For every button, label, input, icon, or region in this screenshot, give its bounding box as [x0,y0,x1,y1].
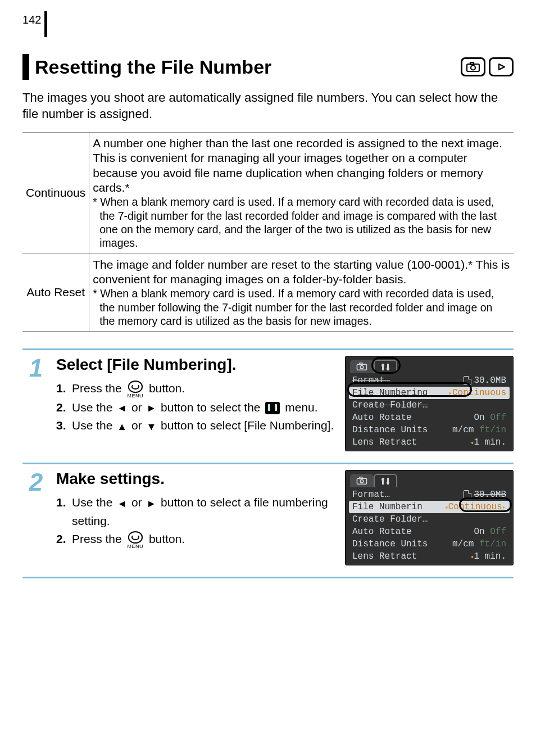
row-head-continuous: Continuous [22,133,89,254]
step-number: 1 [22,356,49,451]
page-title: Resetting the File Number [35,56,271,78]
down-arrow-icon: ▼ [146,422,156,432]
step-instructions: 1. Use the ◄ or ► button to select a fil… [56,494,338,549]
left-arrow-icon: ◄ [117,403,127,413]
svg-point-13 [360,480,363,483]
svg-point-6 [360,366,363,369]
page-number: 142 [22,11,44,33]
lcd-tab-rec [350,474,374,487]
lcd-row-lens: Lens Retract ◂1 min. [346,436,513,449]
row-head-autoreset: Auto Reset [22,253,89,332]
lcd-row-format: Format… 30.0MB [346,488,513,501]
svg-point-17 [387,482,389,485]
lcd-row-distance: Distance Units m/cm ft/in [346,424,513,436]
setup-tab-icon [265,402,280,414]
page-number-accent [44,11,47,37]
camera-mode-icon [461,57,485,76]
lcd-row-create-folder: Create Folder… [346,399,513,411]
right-arrow-icon: ► [146,403,156,413]
svg-point-2 [471,66,475,70]
lcd-row-distance: Distance Units m/cm ft/in [346,538,513,550]
step-item: 2. Press the MENU button. [56,530,338,549]
lcd-tab-rec [350,360,374,373]
step-2: 2 Make settings. 1. Use the ◄ or ► butto… [22,464,514,578]
row-body-continuous: A number one higher than the last one re… [89,133,514,254]
lcd-screenshot-1: Format… 30.0MB File Numbering ▸Continuou… [345,356,514,451]
mode-icons [461,57,514,76]
right-arrow-icon: ► [146,499,156,509]
lcd-row-lens: Lens Retract ◂1 min. [346,550,513,563]
sd-card-icon [464,490,471,499]
step-item: 3. Use the ▲ or ▼ button to select [File… [56,417,338,435]
lcd-row-format: Format… 30.0MB [346,374,513,387]
lcd-row-create-folder: Create Folder… [346,513,513,526]
svg-point-9 [381,364,384,367]
svg-marker-3 [499,64,505,70]
menu-button-icon: MENU [128,531,144,549]
step-item: 1. Press the MENU button. [56,379,338,398]
lcd-row-auto-rotate: Auto Rotate On Off [346,411,513,424]
svg-point-16 [381,478,384,481]
lcd-screenshot-2: Format… 30.0MB File Numberin ◂Continuous… [345,470,514,565]
step-title: Make settings. [56,470,338,488]
mode-description-table: Continuous A number one higher than the … [22,132,514,332]
lcd-tab-setup [374,474,397,487]
menu-button-icon: MENU [128,381,144,399]
playback-mode-icon [489,57,514,76]
svg-point-10 [387,368,389,370]
step-item: 1. Use the ◄ or ► button to select a fil… [56,494,338,530]
step-item: 2. Use the ◄ or ► button to select the m… [56,399,338,417]
lcd-row-auto-rotate: Auto Rotate On Off [346,526,513,538]
page-number-block: 142 [22,11,514,37]
lcd-tab-setup [374,360,397,373]
sd-card-icon [464,376,471,385]
intro-paragraph: The images you shoot are automatically a… [22,90,514,122]
lcd-row-file-numbering: File Numbering ▸Continuous [349,387,510,399]
title-accent-bar [22,54,29,80]
step-1: 1 Select [File Numbering]. 1. Press the … [22,348,514,464]
table-row: Continuous A number one higher than the … [22,133,514,254]
title-row: Resetting the File Number [22,54,514,80]
step-title: Select [File Numbering]. [56,356,338,374]
lcd-row-file-numbering: File Numberin ◂Continuous▸ [349,501,510,513]
table-row: Auto Reset The image and folder number a… [22,253,514,332]
step-number: 2 [22,470,49,565]
row-body-autoreset: The image and folder number are reset to… [89,253,514,332]
left-arrow-icon: ◄ [117,499,127,509]
up-arrow-icon: ▲ [117,422,127,432]
step-instructions: 1. Press the MENU button. 2. Use the ◄ o… [56,379,338,435]
